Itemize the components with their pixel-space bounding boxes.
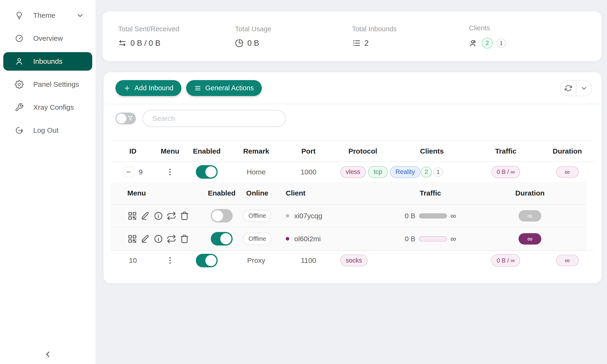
stat-label: Total Sent/Received: [118, 25, 235, 33]
general-actions-label: General Actions: [205, 84, 254, 92]
sidebar-item-overview[interactable]: Overview: [3, 29, 92, 48]
client-duration-badge: ∞: [519, 210, 541, 221]
gauge-icon: [14, 34, 24, 43]
sidebar-item-inbounds[interactable]: Inbounds: [3, 52, 92, 71]
sub-col-header-duration: Duration: [491, 189, 569, 197]
search-row: [104, 104, 602, 133]
info-icon[interactable]: [153, 234, 163, 244]
wrench-icon: [14, 103, 24, 112]
sub-col-header-enabled: Enabled: [209, 189, 235, 197]
protocol-badge: socks: [340, 255, 368, 266]
trash-icon[interactable]: [180, 211, 189, 221]
row-menu-button[interactable]: [155, 256, 185, 265]
client-enabled-toggle[interactable]: [211, 209, 233, 222]
col-header-remark: Remark: [229, 147, 284, 155]
info-icon[interactable]: [153, 211, 163, 221]
row-traffic-badge: 0 B / ∞: [491, 166, 520, 178]
sidebar-item-xray-configs[interactable]: Xray Configs: [3, 98, 92, 117]
client-traffic-cap: ∞: [450, 211, 456, 221]
stat-total-usage: Total Usage 0 B: [235, 25, 352, 48]
client-traffic-cap: ∞: [450, 234, 456, 243]
client-name: ol60i2mi: [294, 235, 321, 243]
sidebar-item-label: Theme: [33, 11, 66, 19]
inbound-enabled-toggle[interactable]: [196, 254, 218, 267]
col-header-id: ID: [111, 147, 155, 155]
team-icon: [469, 39, 478, 48]
sidebar-item-label: Overview: [33, 34, 85, 42]
inbounds-panel: Add Inbound General Actions: [104, 72, 602, 283]
client-subtable-header: Menu Enabled Online Client Traffic Durat…: [111, 182, 586, 205]
client-traffic-bar: [419, 213, 447, 219]
sidebar-item-theme[interactable]: Theme: [3, 6, 92, 25]
col-header-clients: Clients: [392, 147, 471, 155]
table-header-row: ID Menu Enabled Remark Port Protocol Cli…: [111, 140, 594, 162]
edit-icon[interactable]: [140, 211, 150, 221]
protocol-badge: vless: [340, 166, 366, 178]
edit-icon[interactable]: [140, 234, 150, 244]
qr-code-icon[interactable]: [127, 234, 137, 244]
sidebar-item-panel-settings[interactable]: Panel Settings: [3, 75, 92, 94]
col-header-protocol: Protocol: [333, 147, 392, 155]
funnel-icon: [127, 115, 134, 122]
col-header-menu: Menu: [155, 147, 185, 155]
toggle-knob: [205, 166, 216, 178]
refresh-button[interactable]: [561, 80, 576, 96]
client-subtable: Menu Enabled Online Client Traffic Durat…: [111, 182, 586, 250]
stat-value-text: 2: [364, 39, 369, 48]
sidebar-item-label: Log Out: [33, 126, 85, 134]
table-row: 10 Proxy 1100 socks 0 B / ∞ ∞: [111, 250, 594, 270]
client-duration-badge: ∞: [519, 233, 541, 245]
row-id: 10: [111, 256, 155, 264]
client-traffic-bar: [419, 236, 447, 242]
reset-traffic-icon[interactable]: [166, 234, 176, 244]
hamburger-menu-icon: [194, 85, 201, 92]
refresh-options-button[interactable]: [576, 80, 592, 96]
sub-col-header-traffic: Traffic: [370, 189, 491, 197]
row-menu-button[interactable]: [155, 167, 185, 177]
client-traffic-used: 0 B: [405, 212, 415, 220]
client-enabled-toggle[interactable]: [211, 232, 233, 246]
ordered-list-icon: [352, 39, 361, 47]
toggle-knob: [117, 114, 126, 123]
sidebar-collapse-button[interactable]: [43, 349, 53, 359]
stat-clients: Clients 2 1: [469, 24, 586, 49]
stat-total-sent-received: Total Sent/Received 0 B / 0 B: [118, 25, 235, 48]
row-duration-badge: ∞: [556, 166, 579, 178]
inbound-enabled-toggle[interactable]: [196, 165, 218, 179]
vertical-dots-icon: [165, 256, 175, 265]
reset-traffic-icon[interactable]: [166, 211, 176, 221]
chevron-left-icon: [43, 349, 53, 359]
row-port: 1000: [284, 168, 333, 176]
stat-label: Clients: [469, 24, 586, 32]
sidebar-item-label: Xray Configs: [33, 103, 85, 111]
toggle-knob: [212, 210, 223, 221]
search-input[interactable]: [143, 110, 286, 127]
row-id: 9: [139, 168, 143, 176]
table-row: 9 Home 1000 vless tcp Reality 2 1 0 B / …: [111, 162, 594, 182]
sidebar-nav: Theme Overview Inbounds Panel Settings: [0, 0, 95, 140]
online-status-badge: Offline: [243, 210, 272, 222]
client-row: Offline ol60i2mi 0 B ∞ ∞: [111, 227, 586, 250]
trash-icon[interactable]: [180, 234, 189, 244]
row-clients-enabled-badge: 2: [421, 167, 432, 178]
row-duration-badge: ∞: [556, 255, 579, 266]
refresh-icon: [565, 85, 572, 92]
general-actions-button[interactable]: General Actions: [186, 80, 262, 96]
collapse-row-button[interactable]: [123, 167, 134, 178]
toggle-knob: [205, 255, 216, 266]
sidebar-item-log-out[interactable]: Log Out: [3, 121, 92, 140]
filter-toggle[interactable]: [116, 113, 136, 124]
sidebar: Theme Overview Inbounds Panel Settings: [0, 0, 95, 364]
refresh-split-button: [560, 80, 592, 96]
pie-chart-icon: [235, 39, 243, 47]
sidebar-item-label: Inbounds: [33, 57, 85, 65]
gear-icon: [14, 80, 24, 89]
qr-code-icon[interactable]: [127, 211, 137, 221]
stat-label: Total Inbounds: [352, 25, 469, 33]
client-status-dot: [286, 237, 289, 241]
add-inbound-button[interactable]: Add Inbound: [116, 80, 181, 96]
stats-card: Total Sent/Received 0 B / 0 B Total Usag…: [102, 11, 602, 61]
stat-value-text: 0 B: [247, 39, 259, 48]
protocol-badge: tcp: [368, 166, 388, 178]
chevron-down-icon: [581, 85, 588, 92]
